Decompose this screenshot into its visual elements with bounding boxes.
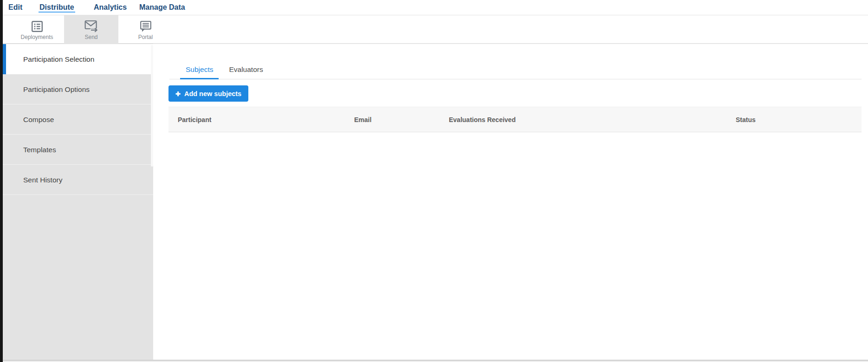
toolbar-item-send[interactable]: Send: [64, 15, 118, 44]
column-header-email: Email: [354, 116, 449, 123]
deployments-icon: [31, 20, 43, 32]
column-header-evaluations-received: Evaluations Received: [449, 116, 736, 123]
add-button-label: Add new subjects: [184, 90, 241, 97]
column-header-status: Status: [736, 116, 862, 123]
sidebar-item-templates[interactable]: Templates: [3, 135, 153, 165]
tab-subjects[interactable]: Subjects: [180, 61, 219, 79]
toolbar-item-portal[interactable]: Portal: [118, 15, 173, 44]
sidebar-item-compose[interactable]: Compose: [3, 104, 153, 135]
add-new-subjects-button[interactable]: ✚ Add new subjects: [168, 85, 248, 102]
portal-icon: [140, 20, 152, 32]
sidebar-item-sent-history[interactable]: Sent History: [3, 165, 153, 195]
nav-item-analytics[interactable]: Analytics: [94, 0, 127, 15]
nav-item-edit[interactable]: Edit: [8, 0, 22, 15]
toolbar-label: Deployments: [20, 34, 53, 40]
nav-item-distribute[interactable]: Distribute: [39, 0, 74, 15]
tab-evaluators[interactable]: Evaluators: [223, 61, 268, 79]
sidebar-item-participation-selection[interactable]: Participation Selection: [3, 44, 153, 74]
app-window: Edit Distribute Analytics Manage Data De…: [0, 0, 868, 362]
send-icon: [84, 20, 98, 32]
sidebar-scrollbar-thumb[interactable]: [151, 45, 153, 167]
subjects-table-header: Participant Email Evaluations Received S…: [168, 107, 862, 132]
step-sidebar: Participation Selection Participation Op…: [3, 44, 153, 360]
distribute-toolbar: Deployments Send: [3, 15, 868, 44]
toolbar-label: Portal: [138, 34, 153, 40]
participant-tabs: Subjects Evaluators: [180, 61, 269, 79]
tab-divider-line: [169, 79, 862, 79]
column-header-participant: Participant: [168, 116, 354, 123]
plus-icon: ✚: [175, 91, 181, 97]
toolbar-item-deployments[interactable]: Deployments: [10, 15, 64, 44]
sidebar-item-participation-options[interactable]: Participation Options: [3, 74, 153, 104]
nav-item-manage-data[interactable]: Manage Data: [139, 0, 185, 15]
top-nav: Edit Distribute Analytics Manage Data: [3, 0, 868, 15]
toolbar-label: Send: [84, 34, 97, 40]
